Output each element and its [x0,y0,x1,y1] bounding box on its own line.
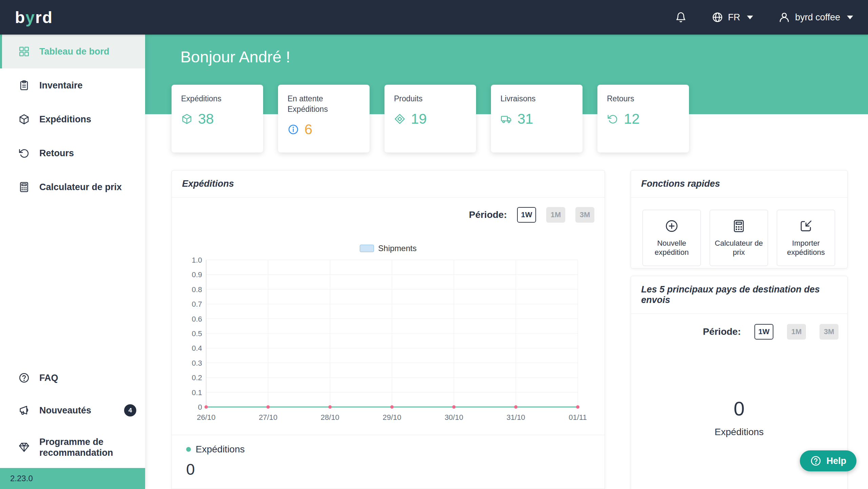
app-logo[interactable]: byrd [15,8,53,27]
svg-text:0.5: 0.5 [192,329,202,338]
footer-total-value: 0 [186,460,590,478]
svg-text:30/10: 30/10 [445,413,463,422]
megaphone-icon [18,405,30,416]
info-circle-icon [288,124,299,135]
help-button[interactable]: Help [800,450,856,471]
chevron-down-icon [847,16,853,19]
quick-action-nouvelle-expedition[interactable]: Nouvelle expédition [643,210,701,266]
sidebar-item-faq[interactable]: FAQ [0,362,145,394]
package-icon [18,114,30,125]
quick-action-label: Calculateur de prix [710,239,768,257]
sidebar-item-label: Tableau de bord [39,46,110,57]
import-icon [799,219,813,233]
stat-value: 38 [198,111,214,127]
shipments-card: Expéditions Période: 1W 1M 3M Shipments … [172,170,605,489]
footer-legend-label: Expéditions [196,444,245,455]
legend-swatch [360,245,374,252]
svg-text:0.2: 0.2 [192,373,202,382]
sidebar-item-label: Programme de recommandation [39,436,136,459]
card-title: Les 5 principaux pays de destination des… [641,284,837,305]
period-3m-button[interactable]: 3M [820,324,839,340]
svg-text:28/10: 28/10 [321,413,339,422]
shipments-chart: 00.10.20.30.40.50.60.70.80.91.026/1027/1… [185,256,591,425]
sidebar-item-label: Calculateur de prix [39,182,122,192]
sidebar-item-nouveautes[interactable]: Nouveautés 4 [0,394,145,427]
sidebar-item-expeditions[interactable]: Expéditions [0,102,145,136]
quick-action-calculateur-de-prix[interactable]: Calculateur de prix [710,210,768,266]
plus-circle-icon [665,219,679,233]
legend-label: Shipments [378,244,416,253]
return-arrow-icon [607,113,618,125]
stat-card-livraisons[interactable]: Livraisons 31 [491,85,583,152]
truck-icon [500,113,512,125]
chart-legend[interactable]: Shipments [182,244,594,253]
svg-text:01/11: 01/11 [569,413,587,422]
period-selector: Période: 1W 1M 3M [640,324,839,340]
card-title: Expéditions [182,179,594,189]
period-selector: Période: 1W 1M 3M [182,207,594,223]
stat-label: Produits [394,94,467,104]
chevron-down-icon [747,16,753,19]
period-1w-button[interactable]: 1W [754,324,773,340]
svg-text:31/10: 31/10 [507,413,525,422]
account-name: byrd coffee [795,12,840,23]
sidebar-item-tableau-de-bord[interactable]: Tableau de bord [0,35,145,68]
logo-suffix: rd [35,8,53,26]
calculator-icon [18,181,30,193]
stat-card-retours[interactable]: Retours 12 [597,85,689,152]
bell-icon[interactable] [675,12,687,23]
sidebar-item-inventaire[interactable]: Inventaire [0,68,145,102]
question-circle-icon [810,455,822,467]
gem-icon [18,442,30,453]
stat-label: Retours [607,94,679,104]
stat-value: 6 [304,121,312,138]
period-label: Période: [469,209,507,220]
sidebar-item-label: FAQ [39,372,58,383]
question-circle-icon [18,372,30,384]
return-arrow-icon [18,147,30,159]
diamond-icon [394,113,406,125]
sidebar-item-calculateur-de-prix[interactable]: Calculateur de prix [0,170,145,204]
quick-action-label: Nouvelle expédition [643,239,701,257]
svg-text:0.8: 0.8 [192,285,202,294]
svg-text:0.1: 0.1 [192,388,202,397]
stat-card-produits[interactable]: Produits 19 [384,85,476,152]
app-version-label: 2.23.0 [0,468,145,489]
svg-text:1.0: 1.0 [192,256,202,264]
dashboard-icon [18,46,30,57]
stats-row: Expéditions 38 En attente Expéditions 6 [172,85,689,152]
sidebar-item-label: Expéditions [39,114,91,125]
period-label: Période: [703,326,741,337]
period-3m-button[interactable]: 3M [575,207,594,223]
stat-card-expeditions[interactable]: Expéditions 38 [172,85,263,152]
sidebar-item-retours[interactable]: Retours [0,136,145,170]
svg-text:0.3: 0.3 [192,359,202,367]
topbar: byrd FR byrd coffee [0,0,868,35]
user-icon [778,11,790,23]
quick-action-importer-expeditions[interactable]: Importer expéditions [777,210,835,266]
period-1m-button[interactable]: 1M [546,207,565,223]
stat-label: Expéditions [181,94,254,104]
quick-actions-card: Fonctions rapides Nouvelle expédition Ca… [631,170,848,268]
stat-card-en-attente-expeditions[interactable]: En attente Expéditions 6 [278,85,370,152]
language-selector[interactable]: FR [712,12,753,23]
account-menu[interactable]: byrd coffee [778,11,853,23]
chart-footer: Expéditions 0 [172,435,605,489]
clipboard-icon [18,80,30,91]
svg-text:0: 0 [198,403,202,411]
card-title: Fonctions rapides [641,179,837,189]
sidebar: Tableau de bord Inventaire Expéditions R… [0,35,145,489]
notification-badge: 4 [124,404,136,416]
svg-text:27/10: 27/10 [259,413,277,422]
logo-accent: y [25,8,35,26]
period-1m-button[interactable]: 1M [787,324,806,340]
svg-text:0.9: 0.9 [192,270,202,279]
series-dot-icon [186,447,191,452]
stat-value: 12 [624,111,640,127]
logo-prefix: b [15,8,25,26]
language-label: FR [728,12,740,23]
period-1w-button[interactable]: 1W [517,207,536,223]
stat-label: En attente Expéditions [288,94,360,115]
sidebar-item-programme-de-recommandation[interactable]: Programme de recommandation [0,427,145,468]
svg-text:0.7: 0.7 [192,300,202,308]
